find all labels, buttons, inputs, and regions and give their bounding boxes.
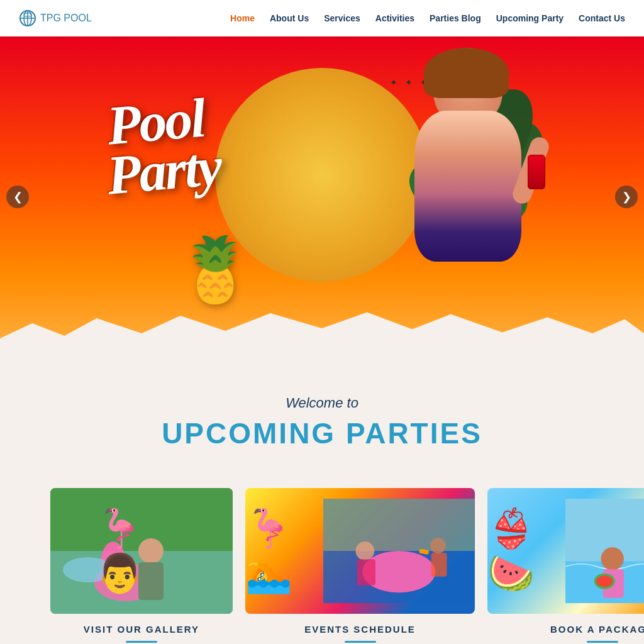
svg-point-34 (596, 575, 613, 587)
gallery-image-bg (50, 488, 233, 614)
welcome-section: Welcome to UPCOMING PARTIES (0, 357, 644, 488)
nav-parties-blog[interactable]: Parties Blog (430, 13, 481, 23)
card-gallery: VISIT OUR GALLERY (50, 488, 233, 643)
svg-point-17 (63, 557, 113, 582)
svg-point-15 (138, 538, 164, 564)
nav-upcoming-party[interactable]: Upcoming Party (496, 13, 564, 23)
card-book-underline (587, 641, 618, 643)
book-image-bg (487, 488, 644, 614)
card-book: BOOK A PACKAGE (487, 488, 644, 643)
card-events-underline (345, 641, 376, 643)
svg-point-26 (430, 538, 446, 553)
logo-icon (19, 9, 36, 27)
svg-point-31 (601, 547, 624, 570)
svg-point-24 (356, 541, 375, 560)
gallery-svg (50, 488, 233, 614)
logo-link[interactable]: TPG POOL (19, 9, 92, 27)
cards-section: VISIT OUR GALLERY (0, 488, 644, 644)
book-svg (565, 488, 644, 614)
events-svg (323, 488, 475, 614)
events-image-bg (245, 488, 475, 614)
hero-section: Pool Party 🍍 ✦ ✦ ✦ ❮ ❯ (0, 36, 644, 357)
hero-pineapple: 🍍 (176, 233, 255, 307)
welcome-subtitle: Welcome to (13, 395, 631, 411)
card-events: EVENTS SCHEDULE (245, 488, 475, 643)
nav-activities[interactable]: Activities (375, 13, 414, 23)
carousel-prev-button[interactable]: ❮ (6, 186, 29, 208)
hero-text-overlay: Pool Party (107, 96, 221, 196)
nav-home[interactable]: Home (230, 13, 255, 23)
svg-rect-27 (431, 553, 447, 576)
welcome-title: UPCOMING PARTIES (13, 416, 631, 450)
card-gallery-underline (126, 641, 157, 643)
card-book-image (487, 488, 644, 614)
nav-contact[interactable]: Contact Us (579, 13, 625, 23)
hero-torn-edge (0, 308, 644, 357)
svg-rect-25 (357, 559, 375, 585)
site-header: TPG POOL Home About Us Services Activiti… (0, 0, 644, 36)
card-events-label: EVENTS SCHEDULE (304, 624, 416, 635)
logo-label: TPG POOL (40, 13, 92, 24)
svg-rect-19 (323, 499, 475, 551)
card-gallery-image (50, 488, 233, 614)
card-events-image (245, 488, 475, 614)
nav-about[interactable]: About Us (270, 13, 309, 23)
hero-person (389, 48, 547, 337)
carousel-next-button[interactable]: ❯ (615, 186, 638, 208)
svg-rect-16 (138, 562, 164, 600)
card-gallery-label: VISIT OUR GALLERY (84, 624, 199, 635)
nav-services[interactable]: Services (324, 13, 360, 23)
main-nav: Home About Us Services Activities Partie… (230, 13, 625, 23)
svg-point-14 (101, 541, 126, 586)
card-book-label: BOOK A PACKAGE (550, 624, 644, 635)
